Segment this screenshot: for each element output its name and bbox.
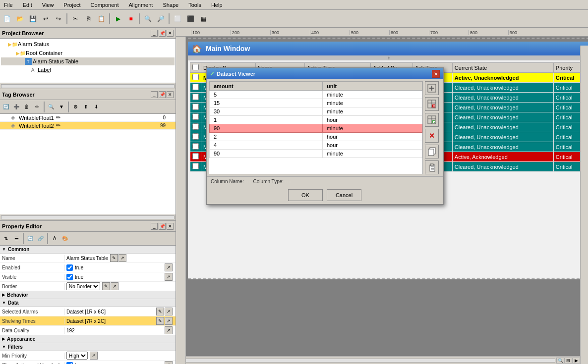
menu-component[interactable]: Component bbox=[89, 1, 121, 8]
menu-project[interactable]: Project bbox=[61, 1, 82, 8]
tree-alarm-status[interactable]: ▶📁 Alarm Status bbox=[1, 40, 175, 49]
section-appearance[interactable]: Appearance bbox=[0, 335, 176, 343]
dataset-row-4[interactable]: 1 hour bbox=[210, 116, 422, 124]
section-behavior[interactable]: Behavior bbox=[0, 291, 176, 299]
prop-min-priority-link[interactable]: ↗ bbox=[90, 352, 98, 360]
menu-tools[interactable]: Tools bbox=[186, 1, 203, 8]
row-checkbox[interactable] bbox=[192, 143, 199, 150]
prop-visible-btn[interactable]: ↗ bbox=[165, 273, 173, 281]
prop-binding-btn[interactable]: 🔗 bbox=[36, 234, 46, 244]
dialog-ok-btn[interactable]: OK bbox=[288, 189, 323, 201]
dataset-paste-btn[interactable] bbox=[425, 160, 439, 174]
tag-browser-pin[interactable]: 📌 bbox=[159, 91, 166, 98]
dataset-row-7[interactable]: 4 hour bbox=[210, 141, 422, 150]
scroll-right-search[interactable]: 🔍 bbox=[556, 358, 564, 364]
tag-import-btn[interactable]: ⬆ bbox=[81, 102, 91, 112]
align-left-btn[interactable]: ⬜ bbox=[172, 13, 183, 25]
tag-writablefloat1[interactable]: ◈ WritableFloat1 ✏ 0 bbox=[0, 114, 176, 122]
prop-selected-alarms-edit[interactable]: ✎ bbox=[156, 308, 164, 315]
prop-data-quality-link[interactable]: ↗ bbox=[165, 326, 173, 334]
prop-min-priority-select[interactable]: High bbox=[66, 352, 88, 360]
menu-edit[interactable]: Edit bbox=[21, 1, 34, 8]
scroll-right-btn[interactable]: ⊞ bbox=[564, 358, 572, 364]
prop-show-active-unacked-cb[interactable] bbox=[66, 362, 73, 364]
menu-file[interactable]: File bbox=[2, 1, 15, 8]
tag-delete-btn[interactable]: 🗑 bbox=[22, 102, 32, 112]
row-checkbox[interactable] bbox=[192, 104, 199, 110]
row-checkbox[interactable] bbox=[192, 74, 199, 80]
copy-btn[interactable]: ⎘ bbox=[82, 13, 94, 25]
dataset-copy-btn[interactable] bbox=[425, 145, 439, 158]
prop-enabled-btn[interactable]: ↗ bbox=[165, 263, 173, 271]
tag-refresh-btn[interactable]: 🔄 bbox=[1, 102, 11, 112]
zoom-in-btn[interactable]: 🔍 bbox=[142, 13, 154, 25]
tag-filter-btn[interactable]: ▼ bbox=[57, 102, 66, 112]
prop-border-edit-btn[interactable]: ✎ bbox=[102, 282, 110, 290]
prop-name-link-btn[interactable]: ↗ bbox=[118, 254, 126, 262]
save-btn[interactable]: 💾 bbox=[27, 13, 39, 25]
project-browser-pin[interactable]: 📌 bbox=[159, 30, 166, 37]
row-checkbox[interactable] bbox=[192, 94, 199, 100]
align-center-btn[interactable]: ⬛ bbox=[184, 13, 196, 25]
tag-browser-close[interactable]: ✕ bbox=[167, 91, 174, 98]
prop-sort-btn[interactable]: ⇅ bbox=[1, 234, 11, 244]
dialog-close-btn[interactable]: ✕ bbox=[432, 70, 440, 78]
tree-label-item[interactable]: A Label bbox=[1, 65, 175, 74]
section-data[interactable]: Data bbox=[0, 299, 176, 307]
align-right-btn[interactable]: ▦ bbox=[197, 13, 209, 25]
menu-shape[interactable]: Shape bbox=[161, 1, 180, 8]
redo-btn[interactable]: ↪ bbox=[53, 13, 64, 25]
dataset-row-3[interactable]: 30 minute bbox=[210, 107, 422, 116]
zoom-out-btn[interactable]: 🔎 bbox=[155, 13, 167, 25]
property-editor-minimize[interactable]: _ bbox=[151, 223, 158, 230]
project-browser-close[interactable]: ✕ bbox=[167, 30, 174, 37]
menu-view[interactable]: View bbox=[40, 1, 56, 8]
tag-edit-btn[interactable]: ✏ bbox=[32, 102, 42, 112]
prop-color-btn[interactable]: 🎨 bbox=[60, 234, 70, 244]
paste-btn[interactable]: 📋 bbox=[95, 13, 107, 25]
tree-root-container[interactable]: ▶📁 Root Container bbox=[1, 49, 175, 57]
prop-name-edit-btn[interactable]: ✎ bbox=[110, 254, 118, 262]
prop-border-select[interactable]: No Border bbox=[66, 282, 100, 290]
open-btn[interactable]: 📂 bbox=[14, 13, 26, 25]
property-editor-pin[interactable]: 📌 bbox=[159, 223, 166, 230]
prop-shelving-times-edit[interactable]: ✎ bbox=[156, 317, 164, 325]
section-common[interactable]: Common bbox=[0, 246, 176, 254]
dataset-row-2[interactable]: 15 minute bbox=[210, 99, 422, 107]
new-btn[interactable]: 📄 bbox=[1, 13, 13, 25]
dataset-delete-btn[interactable]: ✕ bbox=[425, 129, 439, 143]
h-scroll-track[interactable] bbox=[177, 359, 555, 363]
tag-writablefloat2[interactable]: ◈ WritableFloat2 ✏ 99 bbox=[0, 122, 176, 130]
stop-btn[interactable]: ■ bbox=[125, 13, 137, 25]
dataset-edit-btn[interactable] bbox=[425, 97, 439, 111]
dataset-insert-btn[interactable] bbox=[425, 113, 439, 127]
prop-group-btn[interactable]: ☰ bbox=[11, 234, 21, 244]
tag-export-btn[interactable]: ⬇ bbox=[91, 102, 101, 112]
cut-btn[interactable]: ✂ bbox=[69, 13, 81, 25]
prop-enabled-checkbox[interactable] bbox=[66, 264, 73, 271]
prop-refresh-btn[interactable]: 🔄 bbox=[25, 234, 35, 244]
dataset-add-row-btn[interactable] bbox=[425, 81, 439, 95]
row-checkbox[interactable] bbox=[192, 84, 199, 90]
dataset-row-6[interactable]: 2 hour bbox=[210, 133, 422, 141]
dataset-row-1[interactable]: 5 minute bbox=[210, 91, 422, 99]
dataset-row-8[interactable]: 90 minute bbox=[210, 150, 422, 158]
tag-search-btn[interactable]: 🔍 bbox=[46, 102, 56, 112]
window-move-handle[interactable]: ⬆ bbox=[188, 55, 588, 60]
prop-shelving-times-link[interactable]: ↗ bbox=[165, 317, 173, 325]
row-checkbox[interactable] bbox=[192, 123, 199, 130]
dialog-cancel-btn[interactable]: Cancel bbox=[327, 189, 361, 201]
scroll-right-btn2[interactable]: ▶ bbox=[572, 358, 580, 364]
tag-add-btn[interactable]: ➕ bbox=[11, 102, 21, 112]
prop-sau-link[interactable]: ↗ bbox=[165, 361, 173, 364]
tree-alarm-status-table[interactable]: T Alarm Status Table bbox=[1, 57, 175, 65]
project-browser-minimize[interactable]: _ bbox=[151, 30, 158, 37]
tag-config-btn[interactable]: ⚙ bbox=[70, 102, 80, 112]
run-btn[interactable]: ▶ bbox=[112, 13, 124, 25]
row-checkbox[interactable] bbox=[192, 133, 199, 140]
row-checkbox[interactable] bbox=[192, 113, 199, 120]
undo-btn[interactable]: ↩ bbox=[40, 13, 52, 25]
prop-font-btn[interactable]: A bbox=[50, 234, 59, 244]
prop-selected-alarms-link[interactable]: ↗ bbox=[165, 308, 173, 315]
menu-alignment[interactable]: Alignment bbox=[126, 1, 155, 8]
